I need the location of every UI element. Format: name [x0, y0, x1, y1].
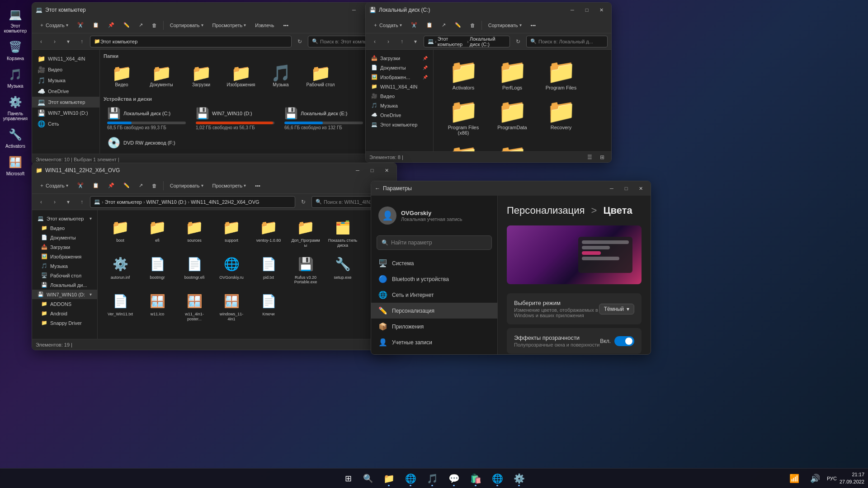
win11-maximize-button[interactable]: □: [366, 166, 378, 175]
settings-nav-bluetooth[interactable]: 🔵 Bluetooth и устройства: [371, 271, 497, 287]
disk-f[interactable]: 💿 DVD RW дисковод (F:): [104, 135, 189, 153]
win11-sidebar-video[interactable]: 📁 Видео: [32, 223, 97, 233]
settings-nav-apps[interactable]: 📦 Приложения: [371, 319, 497, 334]
c-close-button[interactable]: ✕: [595, 5, 608, 14]
c-search-bar[interactable]: 🔍 Поиск в: Локальный д...: [526, 36, 608, 47]
c-sidebar-downloads[interactable]: 📥 Загрузки 📌: [366, 53, 433, 63]
win11-share-button[interactable]: ↗: [135, 181, 146, 190]
forward-button[interactable]: ›: [49, 36, 60, 47]
start-button[interactable]: ⊞: [339, 469, 357, 488]
c-folder-perflogs[interactable]: 📁 PerfLogs: [490, 57, 535, 93]
c-maximize-button[interactable]: □: [580, 5, 593, 14]
win11-up-button[interactable]: ↑: [76, 197, 87, 207]
win11-view-button[interactable]: Просмотреть ▾: [209, 182, 250, 190]
desktop-icon-music[interactable]: 🎵 Музыка: [1, 65, 30, 90]
taskbar-app-browser2[interactable]: 🌐: [487, 469, 507, 488]
c-delete-button[interactable]: 🗑: [467, 21, 479, 29]
file-keys[interactable]: 📄 Ключи: [251, 289, 286, 324]
settings-nav-accounts[interactable]: 👤 Учетные записи: [371, 334, 497, 350]
c-list-view[interactable]: ☰: [584, 152, 595, 163]
file-dop-programmy[interactable]: 📁 Доп_Программы: [288, 216, 323, 250]
taskbar-app-settings[interactable]: ⚙️: [509, 469, 529, 488]
cut-button[interactable]: ✂️: [74, 21, 87, 29]
win11-sidebar-docs[interactable]: 📄 Документы: [32, 233, 97, 242]
win11-refresh-button[interactable]: ↻: [298, 197, 309, 207]
file-windows-4in1[interactable]: 🪟 windows_11-4in1: [214, 289, 249, 324]
desktop-icon-my-computer[interactable]: 💻 Этот компьютер: [1, 5, 30, 35]
view-button[interactable]: Просмотреть ▾: [209, 21, 250, 29]
sidebar-item-network[interactable]: 🌐 Сеть: [32, 118, 99, 129]
notification-button[interactable]: 📶: [785, 469, 803, 488]
transparency-toggle[interactable]: [614, 336, 634, 346]
paste-button[interactable]: 📌: [104, 21, 118, 29]
expand-button[interactable]: ▾: [63, 36, 74, 47]
c-refresh-button[interactable]: ↻: [513, 36, 524, 47]
c-up-button[interactable]: ↑: [396, 36, 407, 47]
disk-e[interactable]: 💾 Локальный диск (E:) 66,6 ГБ свободно и…: [281, 105, 367, 132]
back-button[interactable]: ‹: [36, 36, 47, 47]
address-bar[interactable]: 📁 Этот компьютер: [90, 36, 292, 47]
desktop-icon-activators[interactable]: 🔧 Activators: [1, 125, 30, 150]
win11-close-button[interactable]: ✕: [380, 166, 393, 175]
c-back-button[interactable]: ‹: [369, 36, 380, 47]
file-pid[interactable]: 📄 pid.txt: [251, 253, 286, 287]
win11-sidebar-music[interactable]: 🎵 Музыка: [32, 261, 97, 271]
settings-nav-network[interactable]: 🌐 Сеть и Интернет: [371, 287, 497, 303]
win11-sidebar-android[interactable]: 📁 Android: [32, 309, 97, 318]
extract-button[interactable]: Извлечь: [251, 21, 278, 29]
settings-maximize-button[interactable]: □: [620, 184, 632, 193]
c-folder-program-files-x86[interactable]: 📁 Program Files (x86): [441, 97, 486, 138]
folder-docs[interactable]: 📁 Документы: [143, 62, 179, 89]
file-w11-poster[interactable]: 🪟 w11_4in1-poster...: [177, 289, 212, 324]
file-show-style[interactable]: 🗂️ Показать стиль диска: [326, 216, 360, 250]
file-efi[interactable]: 📁 efi: [140, 216, 175, 250]
c-sidebar-win11[interactable]: 📁 WIN11_X64_4IN: [366, 82, 433, 91]
c-create-button[interactable]: ＋ Создать ▾: [369, 20, 406, 30]
taskbar-app-chat[interactable]: 💬: [444, 469, 464, 488]
win11-sidebar-this-pc[interactable]: 💻 Этот компьютер ▾: [32, 214, 97, 223]
c-rename-button[interactable]: ✏️: [451, 21, 465, 29]
search-button[interactable]: 🔍: [359, 469, 377, 488]
sort-button[interactable]: Сортировать ▾: [166, 21, 207, 29]
file-rufus[interactable]: 💾 Rufus v3.20 Portable.exe: [288, 253, 323, 287]
file-bootmgr-efi[interactable]: 📄 bootmgr.efi: [177, 253, 212, 287]
taskbar-app-explorer[interactable]: 📁: [379, 469, 399, 488]
create-button[interactable]: ＋ Создать ▾: [36, 20, 72, 30]
c-grid-view[interactable]: ⊞: [597, 152, 608, 163]
c-share-button[interactable]: ↗: [438, 21, 449, 29]
copy-button[interactable]: 📋: [89, 21, 103, 29]
win11-copy-button[interactable]: 📋: [89, 181, 103, 190]
win11-cut-button[interactable]: ✂️: [74, 181, 87, 190]
win11-address-bar[interactable]: 💻 › Этот компьютер › WIN7_WIN10 (D:) › W…: [90, 196, 295, 208]
settings-minimize-button[interactable]: ─: [605, 184, 618, 193]
settings-close-button[interactable]: ✕: [634, 184, 647, 193]
c-folder-program-files[interactable]: 📁 Program Files: [538, 57, 584, 93]
disk-c[interactable]: 💾 Локальный диск (C:) 68,5 ГБ свободно и…: [104, 105, 189, 132]
settings-nav-time[interactable]: 🕐 Время и язык: [371, 350, 497, 354]
win11-paste-button[interactable]: 📌: [104, 181, 118, 190]
desktop-icon-control-panel[interactable]: ⚙️ Панель управления: [1, 92, 30, 123]
file-support[interactable]: 📁 support: [214, 216, 249, 250]
file-autorun[interactable]: ⚙️ autorun.inf: [103, 253, 137, 287]
win11-sidebar-snappy[interactable]: 📁 Snappy Driver: [32, 318, 97, 328]
file-ventoy[interactable]: 📁 ventoy-1.0.80: [251, 216, 286, 250]
folder-downloads[interactable]: 📁 Загрузки: [183, 62, 219, 89]
win11-expand-button[interactable]: ▾: [63, 197, 74, 207]
c-sidebar-onedrive[interactable]: ☁️ OneDrive: [366, 110, 433, 120]
win11-sidebar-images[interactable]: 🖼️ Изображения: [32, 252, 97, 261]
win11-delete-button[interactable]: 🗑: [148, 182, 160, 190]
c-folder-users[interactable]: 📁 Пользователи: [490, 142, 535, 151]
delete-button[interactable]: 🗑: [148, 21, 160, 29]
file-boot[interactable]: 📁 boot: [103, 216, 137, 250]
win11-minimize-button[interactable]: ─: [351, 166, 364, 175]
taskbar-app-edge[interactable]: 🌐: [401, 469, 420, 488]
more-button[interactable]: •••: [280, 21, 292, 29]
desktop-icon-trash[interactable]: 🗑️ Корзина: [1, 37, 30, 63]
desktop-icon-microsoft[interactable]: 🪟 Microsoft: [1, 152, 30, 178]
c-address-bar[interactable]: 💻 › Этот компьютер › Локальный диск (C:): [424, 36, 510, 47]
win11-sidebar-addons[interactable]: 📁 ADDONS: [32, 299, 97, 309]
c-copy-button[interactable]: 📋: [423, 21, 436, 29]
c-sidebar-video[interactable]: 🎥 Видео: [366, 91, 433, 101]
c-expand-button[interactable]: ▾: [410, 36, 421, 47]
win11-forward-button[interactable]: ›: [49, 197, 60, 207]
